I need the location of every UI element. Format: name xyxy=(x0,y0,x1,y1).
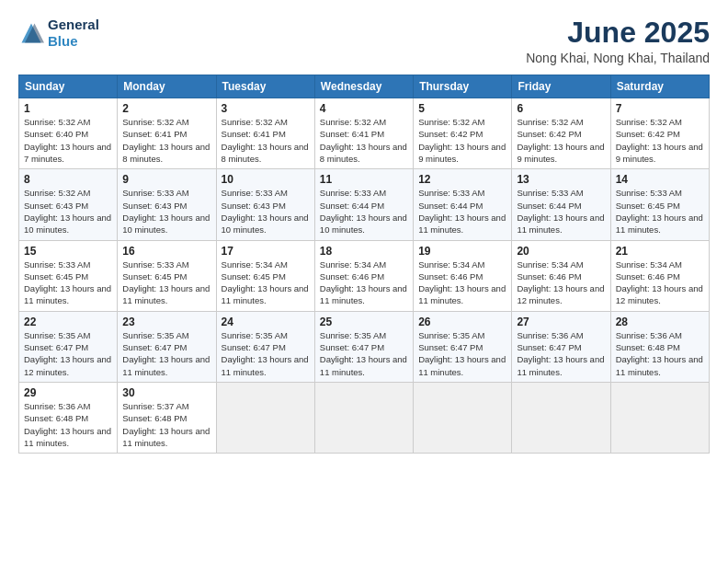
col-monday: Monday xyxy=(118,75,216,98)
day-number: 24 xyxy=(222,316,310,328)
day-info: Sunrise: 5:33 AM Sunset: 6:45 PM Dayligh… xyxy=(24,259,112,307)
day-info: Sunrise: 5:36 AM Sunset: 6:48 PM Dayligh… xyxy=(616,329,704,378)
daylight-label: Daylight: 13 hours and 12 minutes. xyxy=(24,354,111,376)
daylight-label: Daylight: 13 hours and 8 minutes. xyxy=(122,142,210,164)
sunrise-label: Sunrise: 5:33 AM xyxy=(418,188,484,198)
day-number: 10 xyxy=(222,173,310,186)
day-number: 3 xyxy=(222,102,310,115)
table-cell: 6 Sunrise: 5:32 AM Sunset: 6:42 PM Dayli… xyxy=(512,98,610,169)
daylight-label: Daylight: 13 hours and 11 minutes. xyxy=(517,213,604,235)
daylight-label: Daylight: 13 hours and 11 minutes. xyxy=(122,354,210,376)
sunset-label: Sunset: 6:43 PM xyxy=(222,201,286,211)
table-cell: 4 Sunrise: 5:32 AM Sunset: 6:41 PM Dayli… xyxy=(314,98,413,169)
calendar-row: 22 Sunrise: 5:35 AM Sunset: 6:47 PM Dayl… xyxy=(19,311,710,382)
daylight-label: Daylight: 13 hours and 11 minutes. xyxy=(418,213,506,235)
day-number: 9 xyxy=(122,173,210,186)
day-number: 13 xyxy=(517,173,605,186)
day-number: 28 xyxy=(616,316,704,328)
sunset-label: Sunset: 6:45 PM xyxy=(122,271,187,282)
day-info: Sunrise: 5:34 AM Sunset: 6:46 PM Dayligh… xyxy=(616,259,704,307)
daylight-label: Daylight: 13 hours and 9 minutes. xyxy=(517,142,604,164)
sunrise-label: Sunrise: 5:36 AM xyxy=(517,330,583,340)
day-number: 22 xyxy=(24,316,112,328)
day-info: Sunrise: 5:35 AM Sunset: 6:47 PM Dayligh… xyxy=(418,329,506,378)
daylight-label: Daylight: 13 hours and 11 minutes. xyxy=(24,426,111,448)
daylight-label: Daylight: 13 hours and 11 minutes. xyxy=(517,354,604,376)
sunrise-label: Sunrise: 5:36 AM xyxy=(616,330,682,340)
sunrise-label: Sunrise: 5:34 AM xyxy=(517,259,583,270)
calendar-row: 8 Sunrise: 5:32 AM Sunset: 6:43 PM Dayli… xyxy=(19,169,710,240)
daylight-label: Daylight: 13 hours and 11 minutes. xyxy=(418,354,506,376)
sunset-label: Sunset: 6:47 PM xyxy=(222,342,286,352)
day-number: 15 xyxy=(24,245,112,258)
day-info: Sunrise: 5:33 AM Sunset: 6:44 PM Dayligh… xyxy=(418,187,506,236)
page: General Blue June 2025 Nong Khai, Nong K… xyxy=(0,0,728,563)
sunset-label: Sunset: 6:45 PM xyxy=(222,271,286,282)
day-number: 7 xyxy=(616,102,704,115)
table-cell: 20 Sunrise: 5:34 AM Sunset: 6:46 PM Dayl… xyxy=(512,240,610,311)
day-info: Sunrise: 5:34 AM Sunset: 6:46 PM Dayligh… xyxy=(320,259,408,307)
table-cell: 14 Sunrise: 5:33 AM Sunset: 6:45 PM Dayl… xyxy=(610,169,709,240)
daylight-label: Daylight: 13 hours and 11 minutes. xyxy=(418,283,506,305)
day-number: 19 xyxy=(418,245,506,258)
sunset-label: Sunset: 6:47 PM xyxy=(24,342,88,352)
calendar-row: 29 Sunrise: 5:36 AM Sunset: 6:48 PM Dayl… xyxy=(19,382,710,453)
day-info: Sunrise: 5:35 AM Sunset: 6:47 PM Dayligh… xyxy=(222,329,310,378)
sunrise-label: Sunrise: 5:34 AM xyxy=(418,259,484,270)
sunset-label: Sunset: 6:41 PM xyxy=(222,129,286,139)
table-cell: 13 Sunrise: 5:33 AM Sunset: 6:44 PM Dayl… xyxy=(512,169,610,240)
col-tuesday: Tuesday xyxy=(216,75,314,98)
day-info: Sunrise: 5:33 AM Sunset: 6:45 PM Dayligh… xyxy=(616,187,704,236)
table-cell: 2 Sunrise: 5:32 AM Sunset: 6:41 PM Dayli… xyxy=(118,98,216,169)
logo-line1: General xyxy=(48,17,99,33)
sunset-label: Sunset: 6:43 PM xyxy=(122,201,187,211)
daylight-label: Daylight: 13 hours and 8 minutes. xyxy=(222,142,309,164)
table-cell: 8 Sunrise: 5:32 AM Sunset: 6:43 PM Dayli… xyxy=(19,169,118,240)
table-cell: 3 Sunrise: 5:32 AM Sunset: 6:41 PM Dayli… xyxy=(216,98,314,169)
day-info: Sunrise: 5:32 AM Sunset: 6:42 PM Dayligh… xyxy=(616,116,704,165)
table-cell: 18 Sunrise: 5:34 AM Sunset: 6:46 PM Dayl… xyxy=(314,240,413,311)
day-info: Sunrise: 5:37 AM Sunset: 6:48 PM Dayligh… xyxy=(122,400,210,449)
sunrise-label: Sunrise: 5:33 AM xyxy=(122,259,188,270)
sunrise-label: Sunrise: 5:35 AM xyxy=(320,330,386,340)
table-cell xyxy=(216,382,314,453)
table-cell: 15 Sunrise: 5:33 AM Sunset: 6:45 PM Dayl… xyxy=(19,240,118,311)
table-cell: 5 Sunrise: 5:32 AM Sunset: 6:42 PM Dayli… xyxy=(414,98,512,169)
table-cell: 29 Sunrise: 5:36 AM Sunset: 6:48 PM Dayl… xyxy=(19,382,118,453)
logo-text: General Blue xyxy=(48,17,99,50)
day-number: 27 xyxy=(517,316,605,328)
sunrise-label: Sunrise: 5:32 AM xyxy=(616,117,682,127)
sunrise-label: Sunrise: 5:33 AM xyxy=(517,188,583,198)
day-info: Sunrise: 5:33 AM Sunset: 6:43 PM Dayligh… xyxy=(222,187,310,236)
sunrise-label: Sunrise: 5:32 AM xyxy=(418,117,484,127)
daylight-label: Daylight: 13 hours and 11 minutes. xyxy=(320,283,407,305)
daylight-label: Daylight: 13 hours and 11 minutes. xyxy=(122,283,210,305)
table-cell: 27 Sunrise: 5:36 AM Sunset: 6:47 PM Dayl… xyxy=(512,311,610,382)
sub-title: Nong Khai, Nong Khai, Thailand xyxy=(526,51,710,65)
sunrise-label: Sunrise: 5:34 AM xyxy=(616,259,682,270)
day-number: 20 xyxy=(517,245,605,258)
day-info: Sunrise: 5:33 AM Sunset: 6:45 PM Dayligh… xyxy=(122,259,210,307)
col-thursday: Thursday xyxy=(414,75,512,98)
main-title: June 2025 xyxy=(526,17,710,49)
calendar-row: 15 Sunrise: 5:33 AM Sunset: 6:45 PM Dayl… xyxy=(19,240,710,311)
day-number: 21 xyxy=(616,245,704,258)
sunrise-label: Sunrise: 5:32 AM xyxy=(24,188,90,198)
daylight-label: Daylight: 13 hours and 11 minutes. xyxy=(616,213,703,235)
table-cell: 9 Sunrise: 5:33 AM Sunset: 6:43 PM Dayli… xyxy=(118,169,216,240)
daylight-label: Daylight: 13 hours and 11 minutes. xyxy=(320,354,407,376)
day-number: 1 xyxy=(24,102,112,115)
day-info: Sunrise: 5:32 AM Sunset: 6:42 PM Dayligh… xyxy=(517,116,605,165)
day-number: 4 xyxy=(320,102,408,115)
day-number: 30 xyxy=(122,386,210,399)
daylight-label: Daylight: 13 hours and 10 minutes. xyxy=(222,213,309,235)
table-cell: 26 Sunrise: 5:35 AM Sunset: 6:47 PM Dayl… xyxy=(414,311,512,382)
sunset-label: Sunset: 6:41 PM xyxy=(122,129,187,139)
calendar-header-row: Sunday Monday Tuesday Wednesday Thursday… xyxy=(19,75,710,98)
sunset-label: Sunset: 6:42 PM xyxy=(418,129,483,139)
sunset-label: Sunset: 6:47 PM xyxy=(418,342,483,352)
sunset-label: Sunset: 6:47 PM xyxy=(320,342,384,352)
logo: General Blue xyxy=(18,17,99,50)
day-number: 18 xyxy=(320,245,408,258)
calendar-row: 1 Sunrise: 5:32 AM Sunset: 6:40 PM Dayli… xyxy=(19,98,710,169)
